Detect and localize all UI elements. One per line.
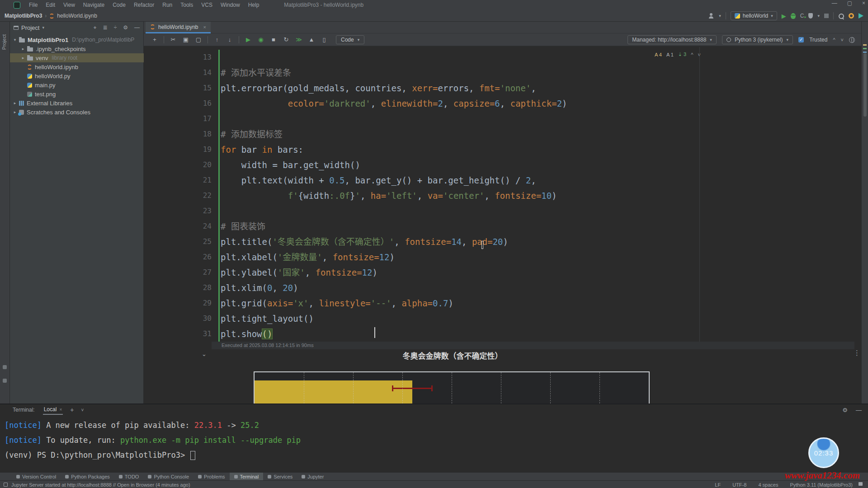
menu-vcs[interactable]: VCS [197, 2, 217, 8]
minimize-icon[interactable]: — [832, 0, 837, 6]
tree-item-venv[interactable]: ▸venvlibrary root [10, 53, 144, 62]
locate-icon[interactable]: ⌖ [94, 24, 97, 31]
breadcrumb-file[interactable]: helloWorld.ipynb [57, 13, 97, 19]
status-lf[interactable]: LF [715, 482, 721, 488]
toolwindow-python-console[interactable]: Python Console [143, 473, 193, 481]
next-cell-icon[interactable]: ˅ [841, 37, 844, 42]
chevron-icon[interactable]: ▾ [13, 38, 17, 42]
copy-cell-icon[interactable]: ▣ [180, 35, 191, 45]
tool-stripe-icon[interactable] [3, 379, 7, 383]
lock-icon[interactable] [859, 482, 863, 486]
chevron-icon[interactable]: ▸ [13, 101, 17, 105]
chevron-down-icon[interactable]: ▾ [42, 25, 44, 30]
menu-file[interactable]: File [25, 2, 42, 8]
scrollbar-thumb[interactable] [863, 53, 867, 117]
tree-item-test-png[interactable]: test.png [10, 89, 144, 99]
terminal-output[interactable]: [notice] A new release of pip available:… [5, 418, 301, 463]
ide-services-icon[interactable] [859, 13, 863, 19]
scroll-from-source-icon[interactable]: ÷ [114, 24, 117, 31]
toolwindow-todo[interactable]: TODO [114, 473, 144, 481]
move-cell-up-icon[interactable]: ↑ [212, 35, 222, 45]
toolwindow-python-packages[interactable]: Python Packages [61, 473, 114, 481]
previous-cell-icon[interactable]: ^ [833, 37, 835, 42]
open-in-browser-icon[interactable] [849, 37, 855, 43]
user-profile-icon[interactable] [708, 13, 714, 19]
run-all-below-icon[interactable]: ≫ [293, 35, 304, 45]
tree-item-external-libraries[interactable]: ▸External Libraries [10, 99, 144, 108]
chevron-icon[interactable]: ▸ [21, 56, 25, 60]
project-stripe-tab[interactable]: Project [1, 34, 7, 50]
tool-stripe-icon[interactable] [3, 365, 7, 369]
menu-help[interactable]: Help [244, 2, 264, 8]
move-cell-down-icon[interactable]: ↓ [224, 35, 235, 45]
chevron-down-icon[interactable]: ▾ [817, 14, 820, 18]
paste-cell-icon[interactable]: ▢ [193, 35, 204, 45]
tree-item-helloworld-py[interactable]: helloWorld.py [10, 71, 144, 80]
jupyter-server-select[interactable]: Managed: http://localhost:8888 ▾ [627, 35, 717, 44]
code-editor[interactable]: 1314# 添加水平误差条15plt.errorbar(gold_medals,… [144, 50, 861, 342]
search-everywhere-icon[interactable] [838, 13, 844, 19]
chevron-icon[interactable]: ▸ [21, 47, 25, 51]
status-utf-8[interactable]: UTF-8 [732, 482, 746, 488]
status-4-spaces[interactable]: 4 spaces [758, 482, 778, 488]
variables-icon[interactable]: ▲ [306, 35, 317, 45]
tab-helloworld-ipynb[interactable]: helloWorld.ipynb × [146, 22, 211, 33]
trusted-checkbox[interactable]: ✓ [798, 37, 804, 42]
hide-panel-icon[interactable]: — [856, 407, 862, 413]
close-icon[interactable]: × [203, 24, 206, 30]
output-options-icon[interactable]: ⋮ [854, 349, 860, 357]
status-python-3-11-matplotlibpro3-[interactable]: Python 3.11 (MatplotlibPro3) [790, 482, 853, 488]
stop-button[interactable] [824, 14, 829, 18]
update-available-icon[interactable] [849, 13, 854, 19]
menu-code[interactable]: Code [108, 2, 130, 8]
tree-item-main-py[interactable]: main.py [10, 80, 144, 89]
tree-item-helloworld-ipynb[interactable]: helloWorld.ipynb [10, 62, 144, 71]
settings-icon[interactable]: ⚙ [123, 24, 128, 31]
cut-cell-icon[interactable]: ✂ [168, 35, 179, 45]
add-cell-icon[interactable]: + [149, 35, 160, 45]
menu-navigate[interactable]: Navigate [79, 2, 108, 8]
toolwindow-jupyter[interactable]: Jupyter [297, 473, 328, 481]
event-log-icon[interactable] [4, 483, 8, 487]
project-panel-title[interactable]: Project [21, 24, 39, 31]
code-line-14: 14# 添加水平误差条 [144, 65, 861, 80]
menu-edit[interactable]: Edit [42, 2, 59, 8]
chevron-down-icon[interactable]: ˅ [81, 408, 84, 413]
toolwindow-version-control[interactable]: Version Control [12, 473, 61, 481]
run-cell-icon[interactable]: ▶ [243, 35, 254, 45]
restart-kernel-icon[interactable]: ↻ [281, 35, 292, 45]
coverage-button[interactable] [808, 13, 813, 19]
delete-cell-icon[interactable]: ▯ [319, 35, 330, 45]
collapse-all-icon[interactable]: ≣ [103, 24, 108, 31]
close-icon[interactable]: × [862, 0, 865, 6]
tree-item--ipynb-checkpoints[interactable]: ▸.ipynb_checkpoints [10, 44, 144, 53]
cell-type-select[interactable]: Code ▾ [336, 35, 364, 44]
hide-panel-icon[interactable]: — [134, 24, 140, 31]
stop-kernel-icon[interactable]: ■ [268, 35, 279, 45]
tree-item-matplotlibpro1[interactable]: ▾MatplotlibPro1D:\python_pro\MatplotlibP [10, 35, 144, 44]
debug-button[interactable] [791, 13, 796, 19]
run-all-cells-icon[interactable]: ◉ [255, 35, 266, 45]
menu-tools[interactable]: Tools [176, 2, 197, 8]
menu-view[interactable]: View [59, 2, 79, 8]
terminal-settings-icon[interactable]: ⚙ [842, 407, 848, 413]
maximize-icon[interactable]: ▢ [847, 0, 852, 6]
kernel-select[interactable]: Python 3 (ipykernel) ▾ [722, 35, 793, 44]
menu-run[interactable]: Run [158, 2, 176, 8]
profile-button[interactable]: C [800, 13, 804, 19]
toolwindow-services[interactable]: Services [263, 473, 297, 481]
collapse-output-icon[interactable]: ⌄ [202, 351, 207, 357]
run-configuration-select[interactable]: helloWorld ▾ [731, 11, 777, 20]
chevron-down-icon[interactable]: ▾ [719, 14, 721, 18]
tree-item-scratches-and-consoles[interactable]: ▸Scratches and Consoles [10, 108, 144, 117]
new-terminal-icon[interactable]: + [70, 406, 74, 413]
menu-window[interactable]: Window [217, 2, 244, 8]
run-button[interactable]: ▶ [782, 13, 786, 19]
toolwindow-terminal[interactable]: Terminal [230, 473, 264, 481]
close-icon[interactable]: × [59, 407, 62, 412]
menu-refactor[interactable]: Refactor [130, 2, 158, 8]
terminal-tab-local[interactable]: Local× [43, 405, 63, 415]
breadcrumb-project[interactable]: MatplotlibPro3 [5, 13, 42, 19]
toolwindow-problems[interactable]: Problems [193, 473, 229, 481]
chevron-icon[interactable]: ▸ [13, 110, 17, 114]
